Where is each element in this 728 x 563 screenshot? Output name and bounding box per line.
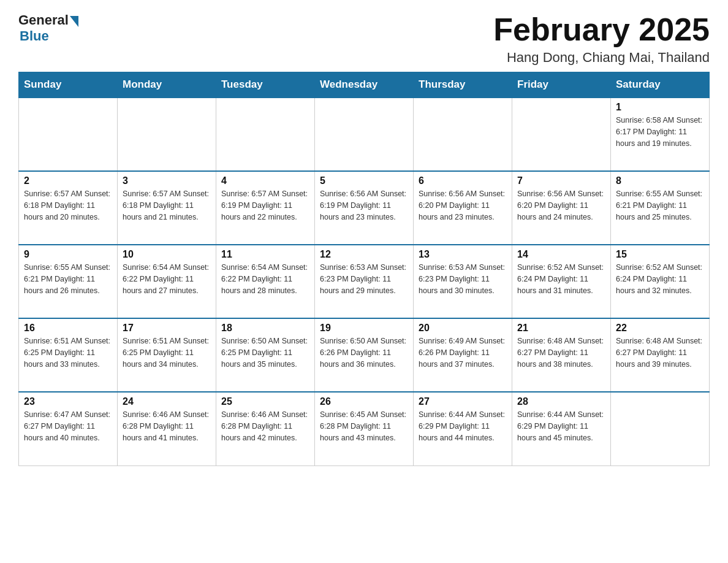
calendar-cell: 20Sunrise: 6:49 AM Sunset: 6:26 PM Dayli… [414,318,512,392]
day-info: Sunrise: 6:50 AM Sunset: 6:26 PM Dayligh… [320,335,408,370]
day-info: Sunrise: 6:54 AM Sunset: 6:22 PM Dayligh… [123,262,211,296]
day-number: 6 [419,175,507,186]
calendar-day-header: Tuesday [216,72,315,98]
day-info: Sunrise: 6:46 AM Sunset: 6:28 PM Dayligh… [221,409,309,443]
day-number: 20 [419,323,507,334]
calendar-cell [315,98,414,171]
day-number: 19 [320,323,408,334]
day-number: 27 [419,396,507,407]
calendar-subtitle: Hang Dong, Chiang Mai, Thailand [493,50,710,66]
logo-arrow-icon [70,16,78,27]
calendar-cell: 22Sunrise: 6:48 AM Sunset: 6:27 PM Dayli… [611,318,710,392]
calendar-cell: 10Sunrise: 6:54 AM Sunset: 6:22 PM Dayli… [118,245,216,318]
day-info: Sunrise: 6:56 AM Sunset: 6:20 PM Dayligh… [517,188,605,223]
day-info: Sunrise: 6:54 AM Sunset: 6:22 PM Dayligh… [221,262,309,296]
day-info: Sunrise: 6:52 AM Sunset: 6:24 PM Dayligh… [517,262,605,296]
calendar-day-header: Monday [118,72,216,98]
calendar-cell: 26Sunrise: 6:45 AM Sunset: 6:28 PM Dayli… [315,392,414,465]
day-info: Sunrise: 6:52 AM Sunset: 6:24 PM Dayligh… [616,262,704,296]
day-number: 24 [123,396,211,407]
day-info: Sunrise: 6:57 AM Sunset: 6:18 PM Dayligh… [123,188,211,223]
logo-general: General [18,12,69,28]
calendar-cell [414,98,512,171]
calendar-table: SundayMondayTuesdayWednesdayThursdayFrid… [18,72,710,466]
day-info: Sunrise: 6:45 AM Sunset: 6:28 PM Dayligh… [320,409,408,443]
day-info: Sunrise: 6:48 AM Sunset: 6:27 PM Dayligh… [616,335,704,370]
day-number: 22 [616,323,704,334]
calendar-day-header: Sunday [19,72,118,98]
calendar-cell: 4Sunrise: 6:57 AM Sunset: 6:19 PM Daylig… [216,171,315,245]
day-info: Sunrise: 6:47 AM Sunset: 6:27 PM Dayligh… [24,409,112,443]
calendar-cell: 11Sunrise: 6:54 AM Sunset: 6:22 PM Dayli… [216,245,315,318]
calendar-cell: 24Sunrise: 6:46 AM Sunset: 6:28 PM Dayli… [118,392,216,465]
calendar-cell: 9Sunrise: 6:55 AM Sunset: 6:21 PM Daylig… [19,245,118,318]
day-number: 26 [320,396,408,407]
calendar-cell: 8Sunrise: 6:55 AM Sunset: 6:21 PM Daylig… [611,171,710,245]
calendar-cell: 28Sunrise: 6:44 AM Sunset: 6:29 PM Dayli… [512,392,611,465]
day-number: 5 [320,175,408,186]
day-number: 9 [24,249,112,260]
calendar-day-header: Friday [512,72,611,98]
calendar-cell: 13Sunrise: 6:53 AM Sunset: 6:23 PM Dayli… [414,245,512,318]
day-number: 3 [123,175,211,186]
day-info: Sunrise: 6:53 AM Sunset: 6:23 PM Dayligh… [419,262,507,296]
calendar-week-row: 16Sunrise: 6:51 AM Sunset: 6:25 PM Dayli… [19,318,710,392]
calendar-cell: 1Sunrise: 6:58 AM Sunset: 6:17 PM Daylig… [611,98,710,171]
calendar-day-header: Saturday [611,72,710,98]
day-info: Sunrise: 6:44 AM Sunset: 6:29 PM Dayligh… [419,409,507,443]
day-number: 16 [24,323,112,334]
calendar-cell [118,98,216,171]
day-info: Sunrise: 6:46 AM Sunset: 6:28 PM Dayligh… [123,409,211,443]
day-number: 21 [517,323,605,334]
day-info: Sunrise: 6:57 AM Sunset: 6:19 PM Dayligh… [221,188,309,223]
day-info: Sunrise: 6:56 AM Sunset: 6:20 PM Dayligh… [419,188,507,223]
logo-blue-text: Blue [20,28,49,44]
day-number: 25 [221,396,309,407]
day-number: 4 [221,175,309,186]
day-number: 10 [123,249,211,260]
calendar-cell: 7Sunrise: 6:56 AM Sunset: 6:20 PM Daylig… [512,171,611,245]
day-info: Sunrise: 6:51 AM Sunset: 6:25 PM Dayligh… [24,335,112,370]
calendar-cell: 5Sunrise: 6:56 AM Sunset: 6:19 PM Daylig… [315,171,414,245]
day-info: Sunrise: 6:51 AM Sunset: 6:25 PM Dayligh… [123,335,211,370]
day-number: 17 [123,323,211,334]
calendar-cell [216,98,315,171]
calendar-cell [19,98,118,171]
logo: General Blue [18,12,78,44]
calendar-day-header: Wednesday [315,72,414,98]
calendar-cell: 25Sunrise: 6:46 AM Sunset: 6:28 PM Dayli… [216,392,315,465]
calendar-cell: 27Sunrise: 6:44 AM Sunset: 6:29 PM Dayli… [414,392,512,465]
day-info: Sunrise: 6:55 AM Sunset: 6:21 PM Dayligh… [24,262,112,296]
calendar-header-row: SundayMondayTuesdayWednesdayThursdayFrid… [19,72,710,98]
calendar-cell: 6Sunrise: 6:56 AM Sunset: 6:20 PM Daylig… [414,171,512,245]
calendar-cell: 18Sunrise: 6:50 AM Sunset: 6:25 PM Dayli… [216,318,315,392]
calendar-cell: 19Sunrise: 6:50 AM Sunset: 6:26 PM Dayli… [315,318,414,392]
calendar-week-row: 2Sunrise: 6:57 AM Sunset: 6:18 PM Daylig… [19,171,710,245]
calendar-cell: 17Sunrise: 6:51 AM Sunset: 6:25 PM Dayli… [118,318,216,392]
calendar-cell: 12Sunrise: 6:53 AM Sunset: 6:23 PM Dayli… [315,245,414,318]
day-info: Sunrise: 6:53 AM Sunset: 6:23 PM Dayligh… [320,262,408,296]
day-number: 11 [221,249,309,260]
day-info: Sunrise: 6:57 AM Sunset: 6:18 PM Dayligh… [24,188,112,223]
day-number: 18 [221,323,309,334]
calendar-cell: 16Sunrise: 6:51 AM Sunset: 6:25 PM Dayli… [19,318,118,392]
calendar-body: 1Sunrise: 6:58 AM Sunset: 6:17 PM Daylig… [19,98,710,465]
day-info: Sunrise: 6:56 AM Sunset: 6:19 PM Dayligh… [320,188,408,223]
day-number: 23 [24,396,112,407]
day-number: 14 [517,249,605,260]
calendar-cell [611,392,710,465]
calendar-week-row: 1Sunrise: 6:58 AM Sunset: 6:17 PM Daylig… [19,98,710,171]
day-number: 2 [24,175,112,186]
day-info: Sunrise: 6:50 AM Sunset: 6:25 PM Dayligh… [221,335,309,370]
day-info: Sunrise: 6:44 AM Sunset: 6:29 PM Dayligh… [517,409,605,443]
calendar-cell: 21Sunrise: 6:48 AM Sunset: 6:27 PM Dayli… [512,318,611,392]
calendar-cell: 3Sunrise: 6:57 AM Sunset: 6:18 PM Daylig… [118,171,216,245]
day-info: Sunrise: 6:55 AM Sunset: 6:21 PM Dayligh… [616,188,704,223]
calendar-day-header: Thursday [414,72,512,98]
day-number: 12 [320,249,408,260]
day-number: 1 [616,102,704,113]
calendar-cell: 15Sunrise: 6:52 AM Sunset: 6:24 PM Dayli… [611,245,710,318]
day-number: 8 [616,175,704,186]
calendar-cell: 2Sunrise: 6:57 AM Sunset: 6:18 PM Daylig… [19,171,118,245]
day-info: Sunrise: 6:58 AM Sunset: 6:17 PM Dayligh… [616,115,704,149]
